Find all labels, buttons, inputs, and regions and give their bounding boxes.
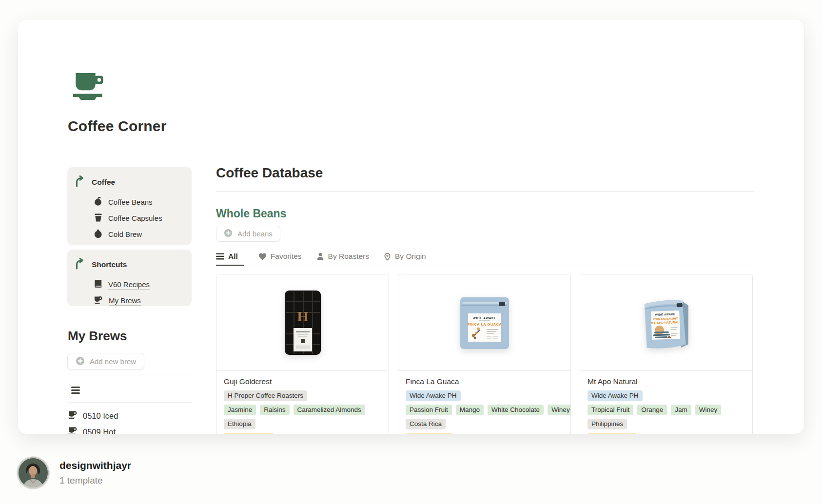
sidebar-section-coffee: Coffee Coffee Beans (67, 167, 192, 245)
sidebar-item-coffee-beans[interactable]: Coffee Beans (94, 194, 184, 211)
coffee-cup-icon (68, 410, 78, 422)
card-body: Mt Apo Natural Wide Awake PH Tropical Fr… (580, 371, 752, 434)
brew-entry-label: 0510 Iced (83, 411, 118, 421)
main-content: Coffee Database Whole Beans Add beans Al… (216, 19, 754, 434)
product-image-blue-pouch: WIDE AWAKE 72HR ANAEROBIC MT. APO NATURA… (580, 274, 752, 371)
list-icon (216, 253, 224, 260)
flavor-tag: Jam (671, 405, 691, 415)
sidebar-link-label: Coffee Beans (108, 198, 153, 207)
tab-by-origin[interactable]: By Origin (384, 248, 426, 265)
heart-icon (258, 252, 267, 260)
roaster-tag: Wide Awake PH (406, 390, 461, 401)
coffee-capsule-icon (94, 213, 103, 224)
cold-brew-jug-icon (94, 229, 103, 240)
curved-arrow-icon (75, 258, 85, 271)
flavor-tag: Tropical Fruit (588, 405, 633, 415)
partial-tag (588, 433, 637, 434)
bean-card-mt-apo-natural[interactable]: WIDE AWAKE 72HR ANAEROBIC MT. APO NATURA… (580, 274, 753, 434)
curved-arrow-icon (75, 175, 85, 189)
svg-text:FINCA LA GUACA: FINCA LA GUACA (467, 322, 502, 327)
tab-label: By Roasters (328, 252, 369, 261)
avatar[interactable] (18, 457, 49, 488)
flavor-tag: Raisins (260, 405, 289, 415)
sidebar-link-label: My Brews (109, 296, 141, 306)
bean-card-finca-la-guaca[interactable]: WIDE AWAKE FINCA LA GUACA (398, 274, 571, 434)
flavor-tag: Winey (695, 405, 722, 415)
card-body: Guji Goldcrest H Proper Coffee Roasters … (216, 371, 389, 434)
tab-by-roasters[interactable]: By Roasters (316, 248, 369, 265)
section-title: Coffee (92, 178, 115, 187)
coffee-cup-icon (68, 426, 78, 434)
card-body: Finca La Guaca Wide Awake PH Passion Fru… (398, 371, 570, 434)
creator-name[interactable]: designwithjayr (59, 460, 131, 471)
view-tabs: All Favorites By Roasters (216, 248, 754, 265)
flavor-tag: Orange (637, 405, 667, 415)
plus-circle-icon (224, 229, 233, 239)
add-beans-button[interactable]: Add beans (216, 226, 280, 242)
coffee-bean-icon (94, 197, 103, 208)
brew-entry-0510[interactable]: 0510 Iced (68, 408, 118, 424)
tab-label: By Origin (395, 252, 426, 261)
template-page: Coffee Corner Coffee (18, 19, 804, 434)
sidebar: Coffee Corner Coffee (67, 19, 192, 434)
bean-card-guji-goldcrest[interactable]: H Guji Goldcrest H Proper Coffee Roaster… (216, 274, 389, 434)
bean-card-grid: H Guji Goldcrest H Proper Coffee Roaster… (216, 274, 754, 434)
flavor-tag: White Chocolate (488, 405, 544, 415)
plus-circle-icon (76, 356, 85, 367)
origin-tag: Ethiopia (224, 419, 255, 429)
person-icon (316, 252, 324, 260)
svg-text:H: H (297, 308, 308, 324)
flavor-tag: Passion Fruit (406, 405, 452, 415)
roaster-tag: Wide Awake PH (588, 390, 643, 401)
product-image-black-bag: H (216, 274, 389, 371)
sidebar-item-coffee-capsules[interactable]: Coffee Capsules (94, 211, 184, 227)
origin-tag: Costa Rica (406, 419, 446, 429)
coffee-cup-icon (94, 295, 103, 307)
sidebar-item-cold-brew[interactable]: Cold Brew (94, 227, 184, 243)
tab-label: All (228, 252, 238, 261)
sidebar-link-label: Cold Brew (108, 230, 142, 239)
sidebar-item-my-brews[interactable]: My Brews (94, 293, 184, 309)
sidebar-link-label: V60 Recipes (108, 280, 150, 290)
origin-tag: Philippines (588, 419, 627, 429)
product-image-blue-bag: WIDE AWAKE FINCA LA GUACA (398, 274, 570, 371)
brew-entry-0509[interactable]: 0509 Hot (68, 424, 116, 434)
whole-beans-heading: Whole Beans (216, 207, 286, 220)
divider (216, 191, 754, 192)
divider (67, 375, 192, 375)
flavor-tag: Caramelized Almonds (294, 405, 365, 415)
brew-entry-label: 0509 Hot (83, 427, 116, 434)
my-brews-heading: My Brews (68, 329, 127, 344)
tab-favorites[interactable]: Favorites (258, 248, 302, 265)
tab-label: Favorites (271, 252, 302, 261)
bean-name: Mt Apo Natural (588, 377, 745, 386)
recipe-book-icon (94, 279, 103, 291)
creator-template-count: 1 template (59, 475, 103, 486)
location-pin-icon (384, 252, 391, 261)
database-title: Coffee Database (216, 165, 323, 181)
coffee-cup-icon (73, 73, 106, 107)
section-title: Shortcuts (92, 260, 127, 269)
flavor-tag: Jasmine (224, 405, 256, 415)
divider (67, 402, 192, 403)
partial-tag (224, 433, 274, 434)
add-new-brew-label: Add new brew (90, 357, 136, 366)
sidebar-link-label: Coffee Capsules (108, 214, 162, 223)
bean-name: Finca La Guaca (406, 377, 563, 386)
flavor-tag: Winey (548, 405, 571, 415)
add-new-brew-button[interactable]: Add new brew (67, 353, 144, 370)
bean-name: Guji Goldcrest (224, 377, 381, 386)
page-title: Coffee Corner (68, 118, 167, 135)
roaster-tag: H Proper Coffee Roasters (224, 390, 307, 401)
sidebar-item-v60-recipes[interactable]: V60 Recipes (94, 277, 184, 293)
flavor-tag: Mango (456, 405, 484, 415)
partial-tag (406, 433, 453, 434)
add-beans-label: Add beans (237, 230, 273, 238)
sidebar-section-shortcuts: Shortcuts V60 Recipes (67, 250, 192, 306)
list-view-icon[interactable] (71, 387, 80, 395)
svg-text:WIDE AWAKE: WIDE AWAKE (472, 316, 496, 320)
tab-all[interactable]: All (216, 249, 244, 266)
